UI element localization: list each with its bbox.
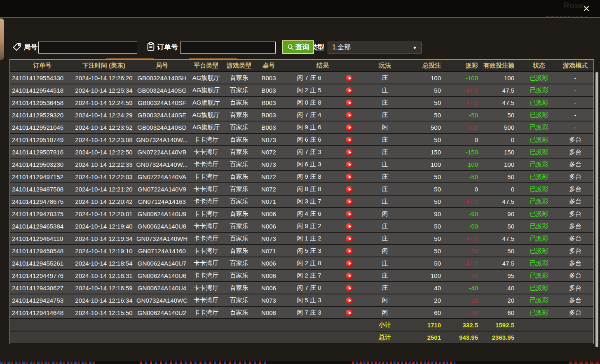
cell-status: 已派彩: [522, 247, 556, 255]
play-video-icon[interactable]: [346, 137, 353, 143]
game-no-input[interactable]: [38, 42, 137, 54]
cell-status: 已派彩: [522, 173, 556, 181]
records-modal: 局号 订单号 平台类型 1.全部 ▼: [0, 17, 600, 362]
close-icon[interactable]: ×: [581, 3, 592, 15]
cell-total-bet: 500: [407, 124, 448, 131]
col-header-result: 结果: [283, 62, 363, 70]
platform-type-value: 1.全部: [332, 43, 351, 52]
col-header-tableno: 桌号: [255, 62, 283, 70]
cell-table-no: N006: [255, 210, 283, 217]
cell-game-no: GN00624A140U7: [135, 260, 189, 267]
play-video-icon[interactable]: [346, 198, 353, 205]
cell-game-type: 百家乐: [223, 136, 255, 144]
table-row: 241014129414648 2024-10-14 12:15:50 GN00…: [10, 307, 593, 319]
cell-bet-time: 2024-10-14 12:18:31: [73, 272, 135, 279]
order-no-input[interactable]: [180, 42, 276, 54]
cell-game-mode: 多台: [556, 161, 594, 168]
play-video-icon[interactable]: [346, 186, 353, 193]
table-scrollbar[interactable]: [595, 72, 598, 347]
play-video-icon[interactable]: [346, 310, 353, 316]
cell-status: 已派彩: [522, 296, 556, 304]
cell-platform: 卡卡湾厅: [189, 247, 223, 255]
play-video-icon[interactable]: [346, 174, 353, 180]
table-row: 241014129455261 2024-10-14 12:18:54 GN00…: [10, 257, 593, 270]
play-video-icon[interactable]: [346, 248, 353, 254]
cell-bet-time: 2024-10-14 12:22:03: [73, 173, 135, 180]
play-video-icon[interactable]: [346, 297, 353, 304]
cell-valid-bet: 47.5: [480, 260, 522, 267]
cell-order-no: 241014129503230: [10, 161, 73, 168]
play-video-icon[interactable]: [346, 100, 353, 106]
cell-game-type: 百家乐: [223, 74, 255, 82]
table-row: 241014129458548 2024-10-14 12:19:10 GN07…: [10, 245, 593, 257]
play-video-icon[interactable]: [346, 211, 353, 217]
search-button[interactable]: 查询: [282, 40, 314, 54]
subtotal-payout: 332.5: [448, 322, 480, 329]
table-row: 241014129449776 2024-10-14 12:18:31 GN00…: [10, 270, 593, 282]
cell-game-no: GB00324A140SF: [135, 99, 189, 106]
play-video-icon[interactable]: [346, 273, 353, 279]
cell-bet-method: 闲: [363, 124, 407, 131]
subtotal-row: 小计 1710 332.5 1592.5: [10, 319, 593, 331]
cell-valid-bet: 50: [480, 112, 522, 119]
cell-total-bet: 40: [407, 285, 448, 292]
cell-game-type: 百家乐: [223, 198, 255, 205]
cell-result: 闲 5 庄 3: [283, 247, 335, 255]
cell-result: 闲 7 庄 4: [283, 111, 335, 119]
cell-total-bet: 50: [407, 136, 448, 143]
cell-bet-method: 庄: [363, 185, 407, 193]
col-header-status: 状态: [522, 62, 556, 70]
play-video-icon[interactable]: [346, 87, 353, 94]
play-video-icon[interactable]: [346, 112, 353, 119]
cell-table-no: N006: [255, 285, 283, 292]
platform-type-select[interactable]: 1.全部 ▼: [328, 42, 422, 54]
play-video-icon[interactable]: [346, 124, 353, 131]
cell-total-bet: 90: [407, 210, 448, 217]
cell-game-type: 百家乐: [223, 124, 255, 131]
cell-bet-time: 2024-10-14 12:26:20: [73, 75, 135, 82]
cell-game-mode: 多台: [556, 296, 594, 304]
cell-result: 闲 9 庄 6: [283, 124, 335, 131]
col-header-platform: 平台类型: [189, 62, 223, 70]
backdrop-left-tab: [0, 19, 4, 60]
cell-payout: 500: [448, 124, 480, 131]
play-video-icon[interactable]: [346, 285, 353, 292]
cell-game-mode: -: [556, 75, 594, 82]
play-video-icon[interactable]: [346, 75, 353, 82]
cell-result: 闲 7 庄 3: [283, 148, 335, 156]
cell-total-bet: 50: [407, 235, 448, 242]
cell-total-bet: 50: [407, 99, 448, 106]
cell-payout: 0: [448, 136, 480, 143]
cell-order-no: 241014129510749: [10, 136, 73, 143]
cell-result: 闲 2 庄 8: [283, 259, 335, 267]
cell-platform: 卡卡湾厅: [189, 173, 223, 181]
cell-table-no: N073: [255, 136, 283, 143]
table-row: 241014129554330 2024-10-14 12:26:20 GB00…: [10, 72, 593, 84]
play-video-icon[interactable]: [346, 236, 353, 242]
cell-game-no: GN07324A140WC: [135, 297, 189, 304]
cell-status: 已派彩: [522, 272, 556, 280]
game-no-label: 局号: [23, 42, 38, 52]
cell-bet-time: 2024-10-14 12:15:50: [73, 309, 135, 316]
cell-table-no: N072: [255, 173, 283, 180]
cell-valid-bet: 50: [480, 173, 522, 180]
col-header-payout: 派彩: [448, 62, 480, 70]
cell-bet-time: 2024-10-14 12:19:34: [73, 235, 135, 242]
play-video-icon[interactable]: [346, 161, 353, 168]
cell-bet-method: 庄: [363, 259, 407, 267]
cell-total-bet: 150: [407, 149, 448, 156]
play-video-icon[interactable]: [346, 149, 353, 156]
cell-table-no: N006: [255, 260, 283, 267]
cell-total-bet: 50: [407, 260, 448, 267]
cell-bet-time: 2024-10-14 12:24:29: [73, 112, 135, 119]
cell-total-bet: 50: [407, 198, 448, 205]
cell-game-type: 百家乐: [223, 185, 255, 193]
cell-platform: 卡卡湾厅: [189, 235, 223, 243]
cell-total-bet: 50: [407, 186, 448, 193]
cell-bet-time: 2024-10-14 12:20:42: [73, 198, 135, 205]
play-video-icon[interactable]: [346, 223, 353, 230]
play-video-icon[interactable]: [346, 260, 353, 267]
cell-platform: AG旗舰厅: [189, 99, 223, 107]
cell-total-bet: 50: [407, 112, 448, 119]
backdrop-roadmap-strip: [0, 361, 600, 364]
